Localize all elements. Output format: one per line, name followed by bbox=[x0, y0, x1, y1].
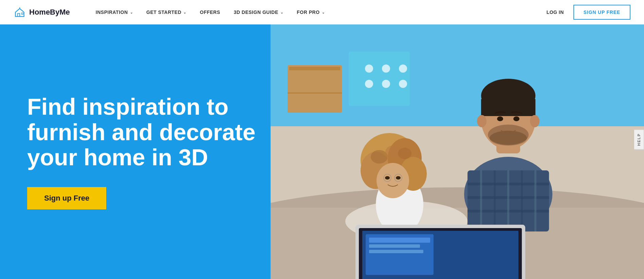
help-button[interactable]: HELP bbox=[634, 129, 644, 149]
logo-link[interactable]: HomeByMe bbox=[14, 6, 70, 18]
svg-point-12 bbox=[382, 80, 390, 88]
svg-point-25 bbox=[376, 163, 409, 198]
hero-title: Find inspiration to furnish and decorate… bbox=[27, 94, 261, 170]
signup-button[interactable]: SIGN UP FREE bbox=[573, 5, 630, 20]
svg-rect-54 bbox=[369, 238, 430, 243]
svg-point-27 bbox=[396, 176, 401, 180]
svg-rect-43 bbox=[481, 99, 535, 116]
svg-point-11 bbox=[365, 80, 373, 88]
chevron-down-icon: ⌄ bbox=[280, 11, 283, 14]
help-tab-wrapper: HELP bbox=[634, 129, 644, 149]
login-link[interactable]: LOG IN bbox=[540, 7, 571, 18]
svg-point-24 bbox=[398, 148, 411, 159]
hero-image bbox=[271, 24, 644, 279]
svg-rect-56 bbox=[369, 250, 423, 253]
svg-rect-55 bbox=[369, 244, 420, 248]
svg-point-46 bbox=[497, 116, 503, 121]
nav-item-inspiration[interactable]: INSPIRATION ⌄ bbox=[90, 7, 138, 18]
nav-item-offers[interactable]: OFFERS bbox=[195, 7, 226, 18]
nav-item-for-pro[interactable]: FOR PRO ⌄ bbox=[291, 7, 330, 18]
nav-item-3d-design-guide[interactable]: 3D DESIGN GUIDE ⌄ bbox=[228, 7, 289, 18]
svg-point-10 bbox=[399, 64, 407, 73]
svg-point-13 bbox=[399, 80, 407, 88]
chevron-down-icon: ⌄ bbox=[130, 11, 133, 14]
svg-point-45 bbox=[530, 115, 539, 127]
nav-item-get-started[interactable]: GET STARTED ⌄ bbox=[141, 7, 192, 18]
hero-cta-button[interactable]: Sign up Free bbox=[27, 187, 106, 209]
svg-rect-6 bbox=[288, 92, 342, 94]
svg-point-47 bbox=[513, 116, 519, 121]
svg-point-26 bbox=[385, 176, 390, 180]
logo-icon bbox=[14, 6, 26, 18]
chevron-down-icon: ⌄ bbox=[183, 11, 186, 14]
chevron-down-icon: ⌄ bbox=[322, 11, 325, 14]
svg-point-9 bbox=[382, 64, 390, 73]
hero-illustration bbox=[271, 24, 644, 279]
svg-point-44 bbox=[477, 115, 486, 127]
navbar: HomeByMe INSPIRATION ⌄ GET STARTED ⌄ OFF… bbox=[0, 0, 644, 24]
svg-rect-4 bbox=[288, 65, 342, 113]
hero-content: Find inspiration to furnish and decorate… bbox=[0, 24, 289, 279]
hero-section: Find inspiration to furnish and decorate… bbox=[0, 24, 644, 279]
brand-name: HomeByMe bbox=[29, 8, 70, 17]
svg-point-22 bbox=[371, 150, 388, 164]
svg-point-23 bbox=[385, 146, 400, 158]
svg-rect-5 bbox=[289, 67, 340, 70]
svg-point-49 bbox=[490, 131, 527, 146]
nav-links: INSPIRATION ⌄ GET STARTED ⌄ OFFERS 3D DE… bbox=[90, 5, 630, 20]
svg-point-8 bbox=[365, 64, 373, 73]
svg-rect-7 bbox=[349, 52, 410, 106]
